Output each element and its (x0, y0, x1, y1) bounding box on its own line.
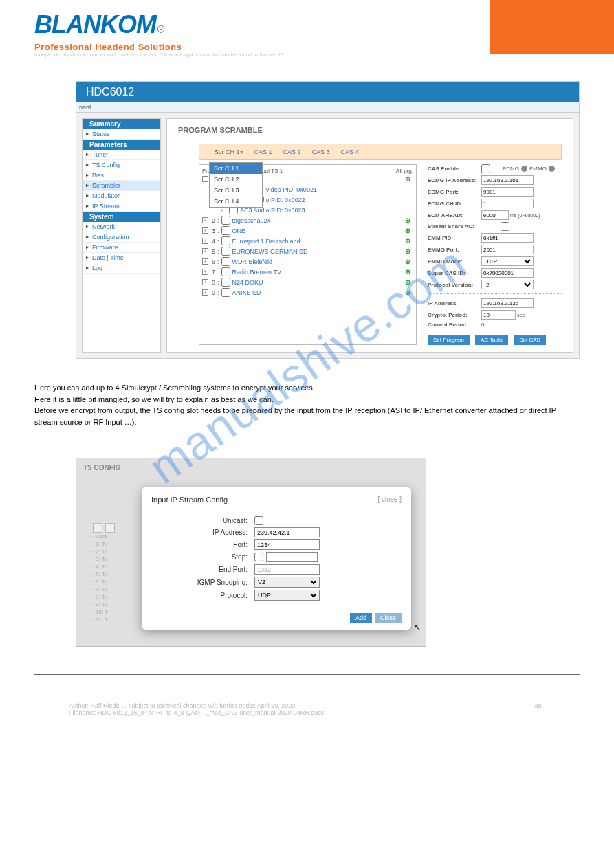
prog-8[interactable]: +8:N24 DOKU⊕ (202, 277, 413, 287)
back-tb-btn1 (93, 523, 102, 533)
port-input[interactable] (254, 539, 320, 550)
protocol-select[interactable]: UDP (254, 590, 320, 601)
igmp-select[interactable]: V2 (254, 577, 320, 588)
prog-8-checkbox[interactable] (221, 278, 230, 287)
ecmg-radio[interactable] (521, 166, 527, 172)
green-plus-icon[interactable]: ⊕ (405, 216, 410, 224)
set-cas-button[interactable]: Set CAS (514, 335, 546, 345)
prog-2[interactable]: +2:tagesschau24⊕ (202, 215, 413, 225)
stream-share-checkbox[interactable] (501, 222, 509, 231)
green-plus-icon[interactable]: ⊕ (405, 227, 410, 234)
emm-pid-label: EMM PID: (428, 235, 481, 241)
set-program-button[interactable]: Set Program (428, 335, 470, 345)
green-plus-icon[interactable]: ⊕ (405, 237, 410, 245)
orange-header-block (490, 0, 614, 54)
sidebar-item-network[interactable]: Network (83, 222, 160, 232)
tab-cas2[interactable]: CAS 2 (278, 147, 307, 157)
sidebar-item-biss[interactable]: Biss (83, 170, 160, 181)
protocol-ver-select[interactable]: 2 (481, 280, 534, 289)
logo-reg: ® (157, 24, 164, 35)
emmg-radio[interactable] (549, 166, 555, 172)
green-plus-icon[interactable]: ⊕ (405, 278, 410, 286)
emmg-mode-select[interactable]: TCP (481, 256, 534, 266)
tab-cas3[interactable]: CAS 3 (307, 147, 336, 157)
green-plus-icon[interactable]: ⊕ (405, 289, 410, 296)
cas-enable-checkbox[interactable] (481, 164, 490, 173)
supercas-label: Super CAS ID: (428, 270, 481, 276)
back-tb-btn2 (105, 523, 115, 533)
footer-author-value: Ralf Riedel… subject to technical change… (91, 702, 296, 709)
tree-plus-icon[interactable]: + (202, 279, 208, 285)
green-plus-icon[interactable]: ⊕ (405, 247, 410, 255)
prog-5[interactable]: +5:EURONEWS GERMAN SD⊕ (202, 246, 413, 256)
tab-cas4[interactable]: CAS 4 (336, 147, 364, 157)
sidebar-item-datetime[interactable]: Date | Time (83, 253, 160, 263)
prog-6[interactable]: +6:WDR Bielefeld⊕ (202, 256, 413, 267)
dropdown-scrch2[interactable]: Scr CH 2 (210, 174, 262, 185)
green-plus-icon[interactable]: ⊕ (405, 268, 410, 276)
prog-7[interactable]: +7:Radio Bremen TV⊕ (202, 267, 413, 277)
emm-pid-input[interactable] (481, 233, 534, 243)
sidebar-item-firmware[interactable]: Firmware (83, 243, 160, 253)
tree-plus-icon[interactable]: + (202, 269, 208, 275)
step-checkbox[interactable] (254, 553, 263, 561)
ecmg-port-input[interactable] (481, 187, 534, 197)
tree-plus-icon[interactable]: + (202, 258, 208, 265)
supercas-input[interactable] (481, 268, 534, 278)
tree-minus-icon[interactable]: − (202, 176, 208, 182)
ip-input[interactable] (254, 527, 320, 537)
tab-cas1[interactable]: CAS 1 (249, 147, 278, 157)
ecm-ahead-input[interactable] (481, 210, 509, 220)
dropdown-scrch3[interactable]: Scr CH 3 (210, 185, 262, 196)
sidebar-item-modulator[interactable]: Modulator (83, 191, 160, 201)
sidebar-item-tsconfig[interactable]: TS Config (83, 160, 160, 170)
dropdown-scrch4[interactable]: Scr CH 4 (210, 196, 262, 207)
sidebar-item-scrambler[interactable]: Scrambler (83, 181, 160, 191)
ecm-ahead-suffix: ms (0~60000) (510, 213, 540, 218)
page-title: PROGRAM SCRAMBLE (178, 126, 562, 134)
sidebar-item-ipstream[interactable]: IP Stream (83, 201, 160, 212)
ac-table-button[interactable]: AC Table (475, 335, 508, 345)
tab-scrch1[interactable]: Scr CH 1▾ Scr CH 1 Scr CH 2 Scr CH 3 Scr… (209, 147, 249, 157)
sidebar-item-configuration[interactable]: Configuration (83, 232, 160, 243)
sidebar-item-log[interactable]: Log (83, 263, 160, 274)
dropdown-scrch1[interactable]: Scr CH 1 (210, 163, 262, 174)
sidebar-item-status[interactable]: Status (83, 129, 160, 140)
ecmg-ip-label: ECMG IP Address: (428, 177, 481, 183)
unicast-checkbox[interactable] (254, 516, 263, 525)
emmg-port-input[interactable] (481, 245, 534, 254)
ecmg-ip-input[interactable] (481, 175, 534, 185)
ecmg-chid-label: ECMG CH ID: (428, 201, 481, 207)
step-label: Step: (151, 553, 254, 561)
screenshot-program-scramble: HDC6012 nent Summary Status Parameters T… (76, 81, 580, 359)
prog-7-checkbox[interactable] (221, 267, 230, 276)
sidebar-item-tuner[interactable]: Tuner (83, 150, 160, 160)
prog-3[interactable]: +3:ONE⊕ (202, 225, 413, 236)
prog-9-checkbox[interactable] (221, 288, 230, 297)
prog-2-checkbox[interactable] (221, 216, 230, 225)
sidebar-parameters-head: Parameters (83, 140, 160, 150)
prog-3-checkbox[interactable] (221, 226, 230, 235)
prog-5-checkbox[interactable] (221, 247, 230, 256)
green-plus-icon[interactable]: ⊕ (405, 175, 410, 183)
ip-addr-input[interactable] (481, 298, 534, 308)
crypto-period-input[interactable] (481, 310, 516, 320)
tree-plus-icon[interactable]: + (202, 227, 208, 234)
add-button[interactable]: Add (350, 613, 372, 623)
ip-stream-modal: Input IP Stream Config [ close ] Unicast… (142, 487, 411, 630)
prog-9[interactable]: +9:ANIXE SD⊕ (202, 287, 413, 298)
screenshot-ip-stream-config: TS CONFIG →Lose→1: Tu→2: Tu →3: Tu→4: Tu… (76, 458, 426, 647)
modal-close-link[interactable]: [ close ] (378, 496, 402, 504)
endport-input[interactable] (254, 564, 320, 575)
ecmg-chid-input[interactable] (481, 199, 534, 208)
prog-4[interactable]: +4:Eurosport 1 Deutschland⊕ (202, 236, 413, 246)
close-button[interactable]: Close (375, 613, 402, 623)
step-extra-input[interactable] (266, 552, 318, 562)
prog-6-checkbox[interactable] (221, 257, 230, 266)
green-plus-icon[interactable]: ⊕ (405, 258, 410, 265)
tree-plus-icon[interactable]: + (202, 217, 208, 223)
tree-plus-icon[interactable]: + (202, 289, 208, 296)
prog-4-checkbox[interactable] (221, 236, 230, 245)
tree-plus-icon[interactable]: + (202, 248, 208, 254)
tree-plus-icon[interactable]: + (202, 238, 208, 244)
